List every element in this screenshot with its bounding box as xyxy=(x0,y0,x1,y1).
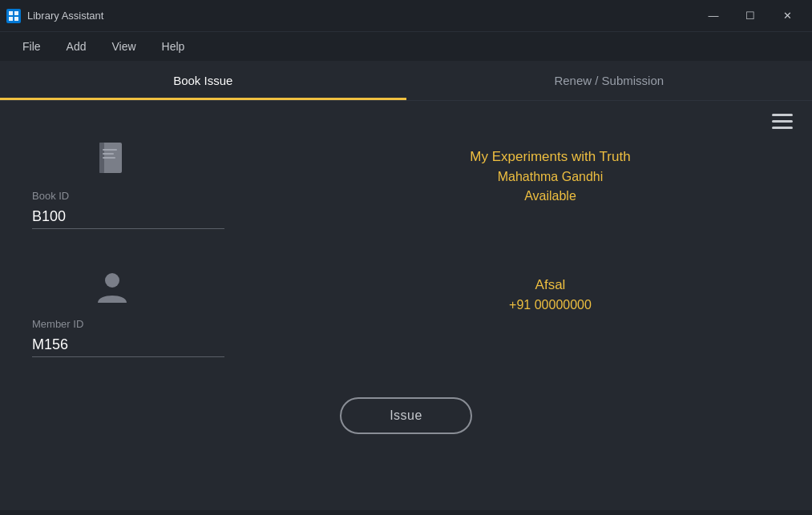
book-title: My Experiments with Truth xyxy=(470,149,630,165)
hamburger-line-1 xyxy=(772,114,793,116)
book-id-input[interactable] xyxy=(32,205,224,229)
window-controls: — ☐ ✕ xyxy=(695,3,806,29)
hamburger-line-3 xyxy=(772,127,793,129)
svg-rect-6 xyxy=(103,149,117,151)
tab-book-issue[interactable]: Book Issue xyxy=(0,61,406,100)
menu-view[interactable]: View xyxy=(102,37,145,56)
book-id-label: Book ID xyxy=(32,190,69,202)
svg-rect-7 xyxy=(103,153,114,155)
menu-help[interactable]: Help xyxy=(152,37,195,56)
book-author: Mahathma Gandhi xyxy=(498,170,604,184)
svg-rect-1 xyxy=(14,11,18,15)
maximize-button[interactable]: ☐ xyxy=(732,3,769,29)
svg-point-9 xyxy=(105,273,119,288)
main-content: Book ID My Experiments with Truth Mahath… xyxy=(0,101,812,510)
menu-add[interactable]: Add xyxy=(57,37,96,56)
member-id-input[interactable] xyxy=(32,333,224,357)
book-section: Book ID My Experiments with Truth Mahath… xyxy=(32,141,780,229)
book-id-wrapper xyxy=(32,205,224,229)
app-icon xyxy=(6,9,21,23)
title-bar: Library Assistant — ☐ ✕ xyxy=(0,0,812,32)
book-icon xyxy=(96,141,128,183)
member-section: Member ID Afsal +91 00000000 xyxy=(32,269,780,357)
person-icon xyxy=(96,269,128,312)
menu-file[interactable]: File xyxy=(13,37,50,56)
svg-rect-0 xyxy=(9,11,13,15)
svg-rect-8 xyxy=(103,157,115,159)
member-info-right: Afsal +91 00000000 xyxy=(321,269,780,312)
book-info-right: My Experiments with Truth Mahathma Gandh… xyxy=(321,141,780,203)
minimize-button[interactable]: — xyxy=(695,3,732,29)
member-name: Afsal xyxy=(535,277,566,293)
issue-btn-wrapper: Issue xyxy=(32,397,780,434)
title-bar-left: Library Assistant xyxy=(6,9,103,23)
close-button[interactable]: ✕ xyxy=(769,3,806,29)
svg-rect-2 xyxy=(9,17,13,21)
hamburger-menu[interactable] xyxy=(772,114,793,129)
tabs-bar: Book Issue Renew / Submission xyxy=(0,61,812,101)
tab-renew-submission[interactable]: Renew / Submission xyxy=(406,61,813,100)
book-form-left: Book ID xyxy=(32,141,321,229)
issue-button[interactable]: Issue xyxy=(340,397,472,434)
member-id-wrapper xyxy=(32,333,224,357)
member-id-label: Member ID xyxy=(32,318,83,330)
menu-bar: File Add View Help xyxy=(0,32,812,61)
member-phone: +91 00000000 xyxy=(509,298,592,312)
hamburger-line-2 xyxy=(772,120,793,123)
book-status: Available xyxy=(524,189,576,203)
svg-rect-3 xyxy=(14,17,18,21)
member-form-left: Member ID xyxy=(32,269,321,357)
app-title: Library Assistant xyxy=(27,10,103,22)
